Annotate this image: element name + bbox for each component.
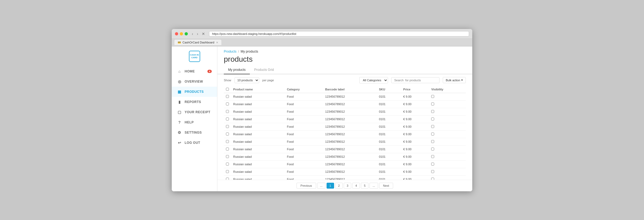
sidebar-item-logout[interactable]: ↩ LOG OUT (172, 138, 217, 148)
row-checkbox[interactable] (226, 102, 229, 105)
address-bar[interactable]: https://pos-new-dashboard-staging.heroku… (209, 31, 469, 36)
toolbar: Show 10 products per page All Categories… (217, 74, 472, 86)
barcode-cell: 123456789012 (323, 153, 377, 160)
category-cell: Food (285, 175, 323, 180)
category-filter[interactable]: All Categories (359, 77, 388, 83)
logout-icon: ↩ (177, 140, 182, 145)
table-row: Russian salad Food 123456789012 0101 € 9… (224, 115, 466, 123)
row-checkbox[interactable] (226, 155, 229, 158)
visibility-checkbox[interactable] (431, 140, 434, 143)
forward-button[interactable]: › (196, 31, 200, 36)
visibility-cell (429, 175, 466, 180)
visibility-cell (429, 93, 466, 100)
tab-title: CashOrCard Dashboard (182, 41, 214, 44)
category-cell: Food (285, 153, 323, 160)
sidebar-item-home[interactable]: ⌂ HOME 4 (172, 66, 217, 76)
header-row: Product nameCategoryBarcode labelSKUPric… (224, 86, 466, 93)
price-cell: € 9.00 (401, 168, 429, 175)
breadcrumb-link[interactable]: Products (224, 50, 236, 53)
category-cell: Food (285, 108, 323, 115)
visibility-checkbox[interactable] (431, 178, 434, 180)
row-checkbox[interactable] (226, 178, 229, 180)
row-checkbox[interactable] (226, 133, 229, 135)
product-name-cell: Russian salad (231, 153, 285, 160)
close-button[interactable] (175, 32, 178, 35)
sku-cell: 0101 (377, 123, 401, 130)
page-button-1[interactable]: 1 (327, 183, 334, 189)
price-cell: € 9.00 (401, 153, 429, 160)
sku-cell: 0101 (377, 175, 401, 180)
sidebar-item-reports[interactable]: ▮ REPORTS (172, 97, 217, 107)
breadcrumb-current: My products (241, 50, 258, 53)
sidebar-item-settings[interactable]: ⚙ SETTINGS (172, 127, 217, 138)
visibility-checkbox[interactable] (431, 155, 434, 158)
sidebar-item-help[interactable]: ? HELP (172, 117, 217, 127)
show-label: Show (224, 79, 231, 82)
badge: 4 (207, 70, 212, 73)
browser-tab[interactable]: 💳 CashOrCard Dashboard ✕ (174, 40, 221, 45)
visibility-checkbox[interactable] (431, 170, 434, 173)
visibility-cell (429, 100, 466, 108)
sidebar-item-overview[interactable]: ◎ OVERVIEW (172, 76, 217, 87)
product-name-cell: Russian salad (231, 168, 285, 175)
category-cell: Food (285, 93, 323, 100)
price-cell: € 9.00 (401, 138, 429, 145)
visibility-checkbox[interactable] (431, 95, 434, 98)
reload-button[interactable]: ✕ (200, 31, 206, 36)
page-button-3[interactable]: 3 (344, 183, 351, 189)
page-title: products (217, 54, 472, 66)
page-ellipsis-end[interactable]: ... (369, 183, 378, 189)
visibility-cell (429, 130, 466, 138)
reports-icon: ▮ (177, 100, 182, 104)
search-input[interactable] (391, 77, 440, 83)
page-ellipsis-start[interactable]: ... (317, 183, 325, 189)
visibility-checkbox[interactable] (431, 118, 434, 120)
row-checkbox[interactable] (226, 170, 229, 173)
back-button[interactable]: ‹ (191, 31, 195, 36)
products-table: Product nameCategoryBarcode labelSKUPric… (224, 86, 466, 180)
tab-products-grid[interactable]: Products Grid (250, 66, 278, 74)
visibility-checkbox[interactable] (431, 148, 434, 151)
select-all-checkbox[interactable] (226, 88, 229, 91)
visibility-checkbox[interactable] (431, 163, 434, 166)
maximize-button[interactable] (185, 32, 188, 35)
table-header: Product nameCategoryBarcode labelSKUPric… (224, 86, 466, 93)
next-button[interactable]: Next (379, 183, 393, 189)
product-name-cell: Russian salad (231, 108, 285, 115)
page-button-5[interactable]: 5 (361, 183, 368, 189)
visibility-checkbox[interactable] (431, 133, 434, 135)
minimize-button[interactable] (180, 32, 183, 35)
row-checkbox[interactable] (226, 140, 229, 143)
tabs-bar: My productsProducts Grid (217, 66, 472, 74)
visibility-cell (429, 168, 466, 175)
tab-my-products[interactable]: My products (224, 66, 250, 74)
row-checkbox[interactable] (226, 125, 229, 128)
settings-icon: ⚙ (177, 130, 182, 135)
sidebar: CASH IN CARD ⌂ HOME 4◎ OVERVIEW ▦ PRODUC… (172, 46, 217, 191)
product-name-cell: Russian salad (231, 123, 285, 130)
page-button-2[interactable]: 2 (335, 183, 343, 189)
previous-button[interactable]: Previous (297, 183, 316, 189)
table-row: Russian salad Food 123456789012 0101 € 9… (224, 100, 466, 108)
row-checkbox[interactable] (226, 95, 229, 98)
row-checkbox[interactable] (226, 110, 229, 113)
products-icon: ▦ (177, 89, 182, 94)
sku-cell: 0101 (377, 153, 401, 160)
sidebar-item-receipt[interactable]: ▢ YOUR RECEIPT (172, 107, 217, 117)
breadcrumb-separator: / (238, 50, 239, 53)
row-checkbox[interactable] (226, 118, 229, 120)
visibility-checkbox[interactable] (431, 102, 434, 105)
per-page-select[interactable]: 10 products (235, 77, 259, 83)
product-name-cell: Russian salad (231, 160, 285, 168)
visibility-checkbox[interactable] (431, 110, 434, 113)
bulk-action-button[interactable]: Bulk action ▾ (443, 77, 466, 83)
row-checkbox[interactable] (226, 148, 229, 151)
page-button-4[interactable]: 4 (352, 183, 360, 189)
tab-close-icon[interactable]: ✕ (216, 41, 218, 44)
sidebar-item-products[interactable]: ▦ PRODUCTS (172, 87, 217, 97)
visibility-checkbox[interactable] (431, 125, 434, 128)
row-checkbox-cell (224, 100, 231, 108)
row-checkbox[interactable] (226, 163, 229, 166)
sidebar-item-label: SETTINGS (185, 131, 202, 134)
app-container: CASH IN CARD ⌂ HOME 4◎ OVERVIEW ▦ PRODUC… (172, 46, 472, 191)
